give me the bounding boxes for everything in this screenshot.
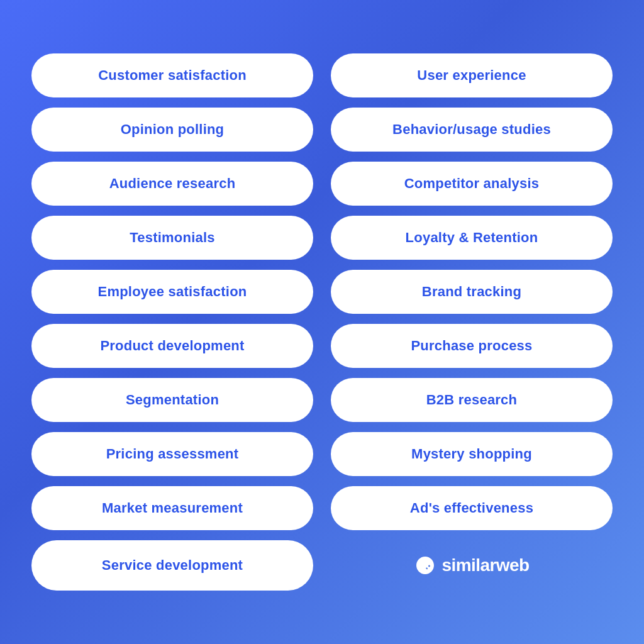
main-grid: Customer satisfaction User experience Op…: [31, 53, 613, 591]
pill-market-measurement: Market measurement: [31, 486, 313, 530]
pill-customer-satisfaction: Customer satisfaction: [31, 53, 313, 97]
pill-opinion-polling: Opinion polling: [31, 108, 313, 152]
page-background: Customer satisfaction User experience Op…: [0, 0, 644, 644]
pill-employee-satisfaction: Employee satisfaction: [31, 270, 313, 314]
pill-purchase-process: Purchase process: [331, 324, 613, 368]
pill-segmentation: Segmentation: [31, 378, 313, 422]
pill-ads-effectiveness: Ad's effectiveness: [331, 486, 613, 530]
similarweb-logo-text: similarweb: [441, 555, 529, 575]
pill-testimonials: Testimonials: [31, 216, 313, 260]
similarweb-s-icon: [414, 554, 436, 577]
pill-competitor-analysis: Competitor analysis: [331, 162, 613, 206]
pill-user-experience: User experience: [331, 53, 613, 97]
pill-audience-research: Audience research: [31, 162, 313, 206]
pill-behavior-usage: Behavior/usage studies: [331, 108, 613, 152]
pill-b2b-research: B2B research: [331, 378, 613, 422]
pill-product-development: Product development: [31, 324, 313, 368]
logo-container: similarweb: [331, 540, 613, 591]
pill-pricing-assessment: Pricing assessment: [31, 432, 313, 476]
pill-service-development: Service development: [31, 540, 313, 591]
pill-loyalty-retention: Loyalty & Retention: [331, 216, 613, 260]
pill-brand-tracking: Brand tracking: [331, 270, 613, 314]
pill-mystery-shopping: Mystery shopping: [331, 432, 613, 476]
